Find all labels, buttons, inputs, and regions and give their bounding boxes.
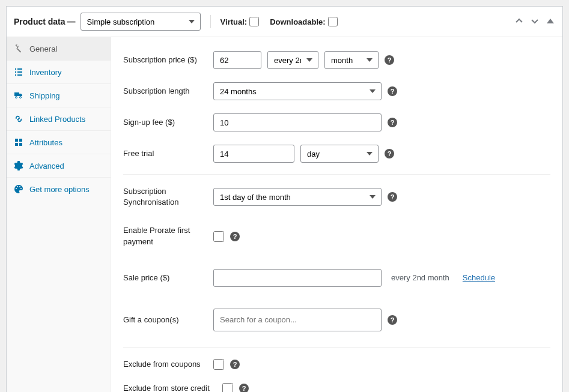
subscription-period-select[interactable]: month bbox=[324, 51, 379, 69]
gift-coupon-input[interactable] bbox=[213, 309, 382, 331]
virtual-label: Virtual: bbox=[221, 17, 248, 26]
sale-price-input[interactable] bbox=[213, 269, 382, 287]
help-icon[interactable]: ? bbox=[230, 232, 240, 241]
subscription-price-input[interactable] bbox=[213, 51, 261, 69]
svg-rect-8 bbox=[15, 139, 18, 142]
prorate-label: Enable Prorate first payment bbox=[123, 225, 213, 247]
divider bbox=[210, 15, 211, 28]
divider bbox=[123, 174, 550, 175]
panel-header: Product data — Simple subscription Virtu… bbox=[7, 7, 562, 37]
exclude-store-credit-label: Exclude from store credit bbox=[123, 383, 222, 392]
gift-coupon-label: Gift a coupon(s) bbox=[123, 315, 213, 325]
subscription-length-label: Subscription length bbox=[123, 86, 213, 97]
sale-price-label: Sale price ($) bbox=[123, 273, 213, 283]
help-icon[interactable]: ? bbox=[388, 315, 397, 325]
svg-rect-9 bbox=[19, 139, 22, 142]
svg-rect-2 bbox=[15, 71, 16, 73]
chevron-up-icon[interactable] bbox=[514, 16, 524, 28]
help-icon[interactable]: ? bbox=[388, 192, 397, 202]
svg-rect-11 bbox=[19, 143, 22, 146]
palette-icon bbox=[14, 184, 23, 194]
free-trial-period-select[interactable]: day bbox=[300, 145, 379, 163]
sale-price-after: every 2nd month bbox=[391, 273, 449, 282]
prorate-checkbox[interactable] bbox=[213, 231, 224, 242]
help-icon[interactable]: ? bbox=[385, 149, 394, 158]
help-icon[interactable]: ? bbox=[388, 118, 397, 127]
exclude-coupons-checkbox[interactable] bbox=[213, 359, 224, 370]
content-area: Subscription price ($) every 2nd month ?… bbox=[111, 37, 562, 392]
sidebar-item-more[interactable]: Get more options bbox=[7, 178, 111, 201]
downloadable-label: Downloadable: bbox=[270, 17, 325, 26]
help-icon[interactable]: ? bbox=[239, 384, 249, 392]
schedule-link[interactable]: Schedule bbox=[463, 273, 495, 282]
sync-select[interactable]: 1st day of the month bbox=[213, 188, 382, 206]
grid-icon bbox=[14, 137, 23, 147]
panel-title: Product data bbox=[14, 17, 65, 26]
signup-fee-input[interactable] bbox=[213, 113, 382, 131]
sidebar-label: General bbox=[29, 44, 57, 53]
help-icon[interactable]: ? bbox=[230, 360, 240, 369]
sidebar-item-advanced[interactable]: Advanced bbox=[7, 154, 111, 178]
svg-rect-4 bbox=[15, 74, 16, 76]
wrench-icon bbox=[14, 44, 23, 53]
svg-rect-0 bbox=[15, 68, 16, 70]
sidebar-label: Linked Products bbox=[29, 115, 85, 124]
exclude-store-credit-checkbox[interactable] bbox=[222, 383, 233, 392]
subscription-price-label: Subscription price ($) bbox=[123, 55, 213, 65]
sidebar-item-attributes[interactable]: Attributes bbox=[7, 131, 111, 154]
sidebar-label: Inventory bbox=[29, 68, 61, 77]
help-icon[interactable]: ? bbox=[388, 86, 397, 96]
sidebar-label: Shipping bbox=[29, 91, 60, 100]
sidebar-label: Attributes bbox=[29, 138, 62, 147]
panel-dash: — bbox=[67, 17, 76, 26]
svg-rect-5 bbox=[17, 74, 22, 76]
subscription-length-select[interactable]: 24 months bbox=[213, 82, 382, 100]
sidebar-item-general[interactable]: General bbox=[7, 37, 111, 61]
divider bbox=[123, 347, 550, 348]
sidebar-item-linked[interactable]: Linked Products bbox=[7, 107, 111, 131]
product-type-select[interactable]: Simple subscription bbox=[81, 13, 201, 31]
svg-rect-10 bbox=[15, 143, 18, 146]
virtual-checkbox[interactable] bbox=[249, 17, 259, 26]
exclude-coupons-label: Exclude from coupons bbox=[123, 359, 213, 370]
link-icon bbox=[14, 114, 23, 124]
sidebar-label: Advanced bbox=[29, 161, 64, 170]
downloadable-checkbox[interactable] bbox=[328, 17, 338, 26]
sidebar-item-shipping[interactable]: Shipping bbox=[7, 84, 111, 107]
help-icon[interactable]: ? bbox=[385, 55, 394, 65]
triangle-up-icon[interactable] bbox=[546, 16, 555, 28]
free-trial-input[interactable] bbox=[213, 145, 294, 163]
sidebar-label: Get more options bbox=[29, 185, 90, 194]
signup-fee-label: Sign-up fee ($) bbox=[123, 117, 213, 128]
sync-label: Subscription Synchronisation bbox=[123, 186, 213, 208]
svg-point-6 bbox=[16, 97, 17, 98]
svg-point-7 bbox=[20, 97, 22, 98]
product-data-panel: Product data — Simple subscription Virtu… bbox=[6, 6, 563, 392]
sidebar: General Inventory Shipping Linked Produc… bbox=[7, 37, 111, 392]
free-trial-label: Free trial bbox=[123, 148, 213, 159]
list-icon bbox=[14, 67, 23, 77]
svg-rect-3 bbox=[17, 71, 22, 73]
sidebar-item-inventory[interactable]: Inventory bbox=[7, 61, 111, 84]
truck-icon bbox=[14, 91, 23, 100]
subscription-interval-select[interactable]: every 2nd bbox=[267, 51, 318, 69]
svg-rect-1 bbox=[17, 68, 22, 70]
chevron-down-icon[interactable] bbox=[530, 16, 540, 28]
gear-icon bbox=[14, 161, 23, 170]
